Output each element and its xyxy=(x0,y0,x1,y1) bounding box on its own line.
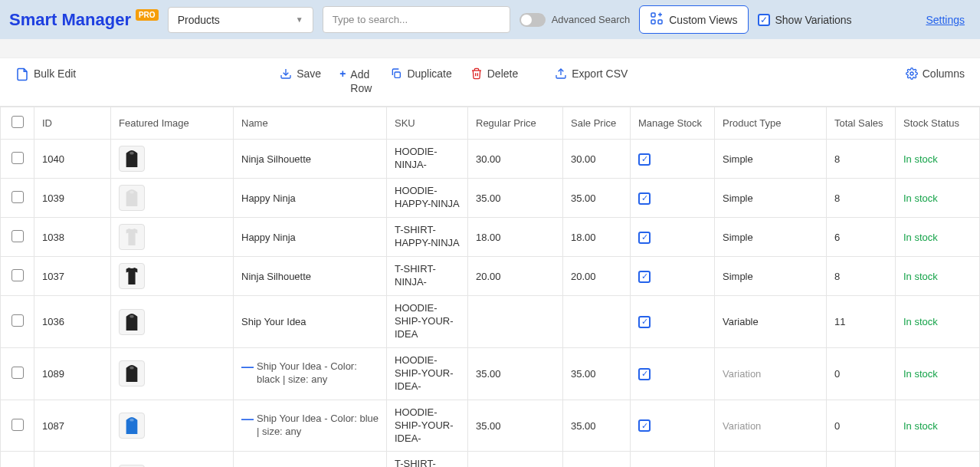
cell-regular-price[interactable]: 20.00 xyxy=(468,257,563,296)
bulk-edit-button[interactable]: Bulk Edit xyxy=(15,67,76,84)
cell-name-wrap[interactable]: —Ship Your Idea - Color: black | size: a… xyxy=(234,348,387,400)
cell-sale-price[interactable]: 35.00 xyxy=(563,348,631,400)
cell-featured-image[interactable] xyxy=(111,452,234,467)
table-row[interactable]: 1036 Ship Your Idea HOODIE-SHIP-YOUR-IDE… xyxy=(1,296,980,348)
cell-regular-price[interactable]: 18.00 xyxy=(468,218,563,257)
export-csv-button[interactable]: Export CSV xyxy=(555,67,628,95)
entity-dropdown[interactable]: Products ▼ xyxy=(168,7,313,33)
table-row[interactable]: 1040 Ninja Silhouette HOODIE-NINJA- 30.0… xyxy=(1,140,980,179)
row-checkbox-cell[interactable] xyxy=(1,296,34,348)
cell-manage-stock[interactable]: ✓ xyxy=(631,140,715,179)
cell-sale-price[interactable]: 35.00 xyxy=(563,179,631,218)
cell-id[interactable]: 1036 xyxy=(34,296,111,348)
cell-manage-stock[interactable]: ✓ xyxy=(631,257,715,296)
cell-featured-image[interactable] xyxy=(111,400,234,452)
row-checkbox-cell[interactable] xyxy=(1,257,34,296)
row-checkbox-cell[interactable] xyxy=(1,218,34,257)
cell-sku[interactable]: T-SHIRT-NINJA- xyxy=(387,257,468,296)
cell-product-type[interactable]: Simple xyxy=(715,257,827,296)
cell-name-wrap[interactable]: Ship Your Idea xyxy=(234,296,387,348)
col-product-type[interactable]: Product Type xyxy=(715,107,827,140)
cell-total-sales[interactable]: 8 xyxy=(827,179,896,218)
col-sku[interactable]: SKU xyxy=(387,107,468,140)
cell-sale-price[interactable]: 35.00 xyxy=(563,400,631,452)
table-row[interactable]: 1038 Happy Ninja T-SHIRT-HAPPY-NINJA 18.… xyxy=(1,218,980,257)
advanced-search-toggle[interactable] xyxy=(519,13,546,27)
col-name[interactable]: Name xyxy=(234,107,387,140)
cell-sku[interactable]: HOODIE-NINJA- xyxy=(387,140,468,179)
cell-product-type[interactable]: Variation xyxy=(715,348,827,400)
cell-sale-price[interactable]: 18.00 xyxy=(563,218,631,257)
row-checkbox-cell[interactable] xyxy=(1,140,34,179)
duplicate-button[interactable]: Duplicate xyxy=(390,67,451,95)
search-input[interactable] xyxy=(323,6,510,33)
cell-product-type[interactable]: Variable xyxy=(715,296,827,348)
cell-featured-image[interactable] xyxy=(111,296,234,348)
cell-manage-stock[interactable]: ✓ xyxy=(631,179,715,218)
cell-sku[interactable]: HOODIE-SHIP-YOUR-IDEA- xyxy=(387,400,468,452)
cell-manage-stock[interactable]: ✓ xyxy=(631,296,715,348)
cell-stock-status[interactable]: In stock xyxy=(896,452,980,467)
cell-manage-stock[interactable]: ✓ xyxy=(631,452,715,467)
cell-regular-price[interactable] xyxy=(468,296,563,348)
cell-id[interactable]: 1035 xyxy=(34,452,111,467)
cell-id[interactable]: 1040 xyxy=(34,140,111,179)
cell-sale-price[interactable]: 20.00 xyxy=(563,257,631,296)
cell-total-sales[interactable]: 8 xyxy=(827,257,896,296)
cell-name-wrap[interactable]: Ship Your Idea xyxy=(234,452,387,467)
table-row[interactable]: 1087 —Ship Your Idea - Color: blue | siz… xyxy=(1,400,980,452)
table-row[interactable]: 1035 Ship Your Idea T-SHIRT-SHIP-YOUR-ID… xyxy=(1,452,980,467)
table-row[interactable]: 1037 Ninja Silhouette T-SHIRT-NINJA- 20.… xyxy=(1,257,980,296)
show-variations-checkbox[interactable]: ✓ Show Variations xyxy=(758,14,851,26)
cell-total-sales[interactable]: 11 xyxy=(827,296,896,348)
cell-sale-price[interactable]: 30.00 xyxy=(563,140,631,179)
cell-stock-status[interactable]: In stock xyxy=(896,400,980,452)
cell-sale-price[interactable] xyxy=(563,452,631,467)
cell-stock-status[interactable]: In stock xyxy=(896,257,980,296)
cell-regular-price[interactable]: 35.00 xyxy=(468,348,563,400)
save-button[interactable]: Save xyxy=(280,67,321,95)
cell-total-sales[interactable]: 6 xyxy=(827,218,896,257)
cell-total-sales[interactable]: 8 xyxy=(827,140,896,179)
cell-stock-status[interactable]: In stock xyxy=(896,348,980,400)
cell-manage-stock[interactable]: ✓ xyxy=(631,348,715,400)
cell-product-type[interactable]: Simple xyxy=(715,218,827,257)
cell-sku[interactable]: T-SHIRT-SHIP-YOUR-IDEA xyxy=(387,452,468,467)
cell-name-wrap[interactable]: —Ship Your Idea - Color: blue | size: an… xyxy=(234,400,387,452)
table-row[interactable]: 1039 Happy Ninja HOODIE-HAPPY-NINJA 35.0… xyxy=(1,179,980,218)
cell-sku[interactable]: T-SHIRT-HAPPY-NINJA xyxy=(387,218,468,257)
delete-button[interactable]: Delete xyxy=(470,67,518,95)
cell-stock-status[interactable]: In stock xyxy=(896,218,980,257)
columns-button[interactable]: Columns xyxy=(906,67,965,82)
settings-link[interactable]: Settings xyxy=(926,14,965,26)
cell-product-type[interactable]: Variable xyxy=(715,452,827,467)
cell-sale-price[interactable] xyxy=(563,296,631,348)
col-sale-price[interactable]: Sale Price xyxy=(563,107,631,140)
cell-featured-image[interactable] xyxy=(111,218,234,257)
cell-name-wrap[interactable]: Ninja Silhouette xyxy=(234,140,387,179)
cell-manage-stock[interactable]: ✓ xyxy=(631,218,715,257)
add-row-button[interactable]: + AddRow xyxy=(339,67,372,95)
col-manage-stock[interactable]: Manage Stock xyxy=(631,107,715,140)
table-row[interactable]: 1089 —Ship Your Idea - Color: black | si… xyxy=(1,348,980,400)
col-id[interactable]: ID xyxy=(34,107,111,140)
cell-id[interactable]: 1087 xyxy=(34,400,111,452)
cell-product-type[interactable]: Variation xyxy=(715,400,827,452)
cell-regular-price[interactable]: 30.00 xyxy=(468,140,563,179)
row-checkbox-cell[interactable] xyxy=(1,400,34,452)
col-total-sales[interactable]: Total Sales xyxy=(827,107,896,140)
cell-product-type[interactable]: Simple xyxy=(715,140,827,179)
col-regular-price[interactable]: Regular Price xyxy=(468,107,563,140)
cell-name-wrap[interactable]: Ninja Silhouette xyxy=(234,257,387,296)
col-featured-image[interactable]: Featured Image xyxy=(111,107,234,140)
cell-sku[interactable]: HOODIE-SHIP-YOUR-IDEA- xyxy=(387,348,468,400)
cell-featured-image[interactable] xyxy=(111,179,234,218)
custom-views-button[interactable]: Custom Views xyxy=(639,5,749,34)
cell-product-type[interactable]: Simple xyxy=(715,179,827,218)
cell-id[interactable]: 1037 xyxy=(34,257,111,296)
cell-featured-image[interactable] xyxy=(111,140,234,179)
row-checkbox-cell[interactable] xyxy=(1,348,34,400)
col-stock-status[interactable]: Stock Status xyxy=(896,107,980,140)
cell-id[interactable]: 1089 xyxy=(34,348,111,400)
row-checkbox-cell[interactable] xyxy=(1,179,34,218)
